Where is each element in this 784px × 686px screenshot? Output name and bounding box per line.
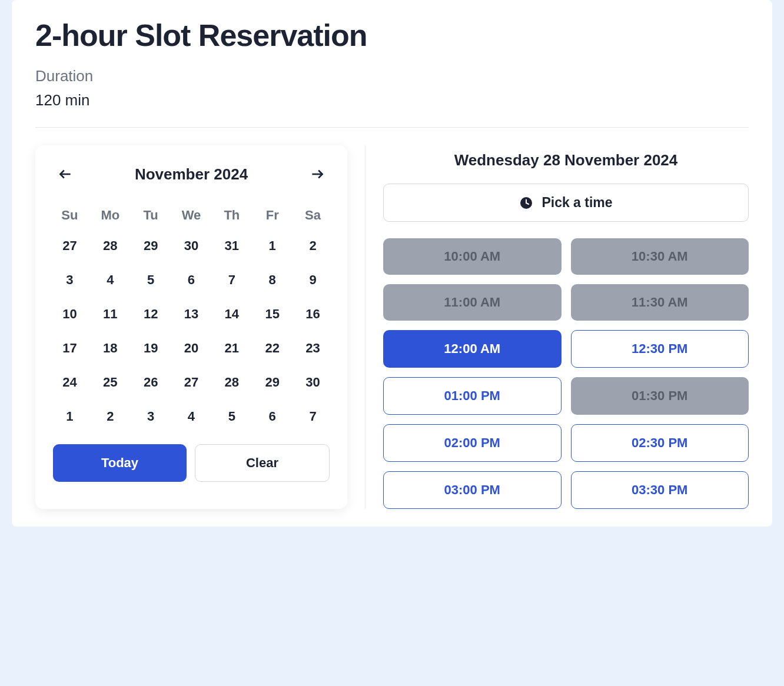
calendar-day[interactable]: 27 <box>49 229 90 263</box>
page-title: 2-hour Slot Reservation <box>35 18 749 53</box>
time-slot[interactable]: 12:30 PM <box>571 330 749 368</box>
calendar-day[interactable]: 29 <box>252 365 293 399</box>
calendar-prev-button[interactable] <box>54 163 77 185</box>
calendar-day[interactable]: 2 <box>90 399 131 434</box>
time-slot[interactable]: 03:30 PM <box>571 471 749 509</box>
calendar-day[interactable]: 7 <box>211 263 252 297</box>
time-slot[interactable]: 01:00 PM <box>383 377 562 415</box>
calendar-day[interactable]: 26 <box>131 365 171 399</box>
calendar-day[interactable]: 1 <box>252 229 293 263</box>
calendar-header: November 2024 <box>49 163 333 185</box>
duration-label: Duration <box>35 67 749 85</box>
calendar-day[interactable]: 29 <box>131 229 171 263</box>
time-slot: 10:30 AM <box>571 238 749 275</box>
calendar-day[interactable]: 27 <box>171 365 212 399</box>
time-slot[interactable]: 02:00 PM <box>383 424 562 462</box>
duration-value: 120 min <box>35 91 749 109</box>
calendar-weekday-header: Th <box>211 202 252 229</box>
calendar-day[interactable]: 10 <box>49 297 90 331</box>
calendar-day[interactable]: 6 <box>252 399 293 434</box>
calendar-day[interactable]: 30 <box>293 365 333 399</box>
reservation-card: 2-hour Slot Reservation Duration 120 min… <box>12 0 772 527</box>
calendar-weekday-header: Tu <box>131 202 171 229</box>
calendar-weekday-header: We <box>171 202 212 229</box>
calendar-day[interactable]: 6 <box>171 263 212 297</box>
calendar-weekday-header: Su <box>49 202 90 229</box>
clock-icon <box>519 196 533 210</box>
calendar-day[interactable]: 1 <box>49 399 90 434</box>
calendar-weekday-header: Fr <box>252 202 293 229</box>
calendar-day[interactable]: 22 <box>252 331 293 365</box>
time-slot[interactable]: 12:00 AM <box>383 330 562 368</box>
divider <box>35 127 749 128</box>
today-button[interactable]: Today <box>53 444 187 482</box>
arrow-right-icon <box>310 166 325 182</box>
calendar-day[interactable]: 23 <box>293 331 333 365</box>
calendar-day[interactable]: 30 <box>171 229 212 263</box>
calendar-day[interactable]: 28 <box>90 229 131 263</box>
time-slot: 10:00 AM <box>383 238 562 275</box>
vertical-divider <box>365 145 366 509</box>
calendar-day[interactable]: 11 <box>90 297 131 331</box>
main-row: November 2024 SuMoTuWeThFrSa272829303112… <box>35 145 749 509</box>
calendar-day[interactable]: 4 <box>90 263 131 297</box>
time-slot: 11:30 AM <box>571 284 749 321</box>
calendar-footer: Today Clear <box>49 444 333 482</box>
time-slot[interactable]: 03:00 PM <box>383 471 562 509</box>
time-panel: Wednesday 28 November 2024 Pick a time 1… <box>383 145 749 509</box>
calendar-day[interactable]: 18 <box>90 331 131 365</box>
calendar-day[interactable]: 20 <box>171 331 212 365</box>
calendar-day[interactable]: 13 <box>171 297 212 331</box>
calendar-next-button[interactable] <box>306 163 328 185</box>
calendar-day[interactable]: 31 <box>211 229 252 263</box>
time-slot: 01:30 PM <box>571 377 749 415</box>
calendar-day[interactable]: 7 <box>293 399 333 434</box>
calendar-day[interactable]: 21 <box>211 331 252 365</box>
calendar-day[interactable]: 16 <box>293 297 333 331</box>
clear-button[interactable]: Clear <box>195 444 330 482</box>
time-slot[interactable]: 02:30 PM <box>571 424 749 462</box>
calendar-day[interactable]: 3 <box>49 263 90 297</box>
calendar-day[interactable]: 28 <box>211 365 252 399</box>
time-slot: 11:00 AM <box>383 284 562 321</box>
calendar-day[interactable]: 5 <box>131 263 171 297</box>
pick-time-button[interactable]: Pick a time <box>383 184 749 222</box>
calendar-day[interactable]: 17 <box>49 331 90 365</box>
selected-date-title: Wednesday 28 November 2024 <box>383 150 749 171</box>
arrow-left-icon <box>58 166 73 182</box>
calendar-grid: SuMoTuWeThFrSa27282930311234567891011121… <box>49 202 333 434</box>
calendar-day[interactable]: 25 <box>90 365 131 399</box>
calendar-day[interactable]: 3 <box>131 399 171 434</box>
calendar-day[interactable]: 5 <box>211 399 252 434</box>
calendar-day[interactable]: 12 <box>131 297 171 331</box>
calendar-day[interactable]: 15 <box>252 297 293 331</box>
calendar-day[interactable]: 9 <box>293 263 333 297</box>
calendar-day[interactable]: 8 <box>252 263 293 297</box>
calendar-day[interactable]: 14 <box>211 297 252 331</box>
pick-time-label: Pick a time <box>542 195 612 211</box>
calendar-weekday-header: Sa <box>293 202 333 229</box>
calendar-day[interactable]: 19 <box>131 331 171 365</box>
calendar-month-title: November 2024 <box>135 165 248 184</box>
calendar-day[interactable]: 4 <box>171 399 212 434</box>
calendar-day[interactable]: 24 <box>49 365 90 399</box>
calendar-weekday-header: Mo <box>90 202 131 229</box>
calendar-day[interactable]: 2 <box>293 229 333 263</box>
time-slots-grid: 10:00 AM10:30 AM11:00 AM11:30 AM12:00 AM… <box>383 238 749 509</box>
calendar: November 2024 SuMoTuWeThFrSa272829303112… <box>35 145 347 509</box>
